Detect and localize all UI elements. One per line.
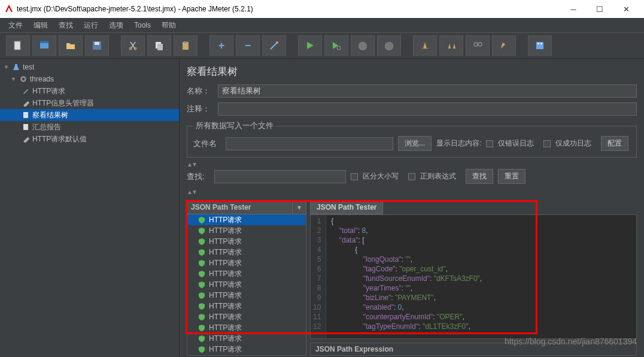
menu-file[interactable]: 文件	[4, 19, 28, 32]
toggle-icon[interactable]: ▼	[4, 64, 10, 70]
response-body[interactable]: 123456789101112 { "total": 8, "data": [ …	[310, 214, 637, 339]
svg-point-11	[276, 41, 278, 44]
cut-button[interactable]	[121, 35, 145, 56]
result-item[interactable]: HTTP请求	[187, 236, 306, 247]
test-plan-tree[interactable]: ▼ test ▼ threads HTTP请求 HTTP信息头管理器 察看结果树…	[0, 59, 180, 357]
shield-success-icon	[198, 313, 205, 320]
start-no-timers-button[interactable]	[324, 35, 348, 56]
menu-find[interactable]: 查找	[54, 19, 78, 32]
result-item[interactable]: HTTP请求	[187, 268, 306, 279]
reset-button[interactable]: 重置	[498, 169, 525, 184]
svg-rect-15	[536, 42, 543, 49]
tree-node-http-defaults[interactable]: HTTP请求默认值	[0, 133, 179, 145]
menu-options[interactable]: 选项	[104, 19, 128, 32]
shutdown-button[interactable]	[377, 35, 401, 56]
svg-rect-17	[540, 43, 542, 44]
collapse-button[interactable]: −	[236, 35, 260, 56]
result-item[interactable]: HTTP请求	[187, 344, 306, 355]
result-item[interactable]: HTTP请求	[187, 279, 306, 290]
tree-node-http-request[interactable]: HTTP请求	[0, 85, 179, 97]
svg-rect-16	[537, 43, 539, 44]
result-item[interactable]: HTTP请求	[187, 333, 306, 344]
start-button[interactable]	[298, 35, 322, 56]
case-sensitive-checkbox[interactable]	[351, 173, 358, 180]
write-to-file-fieldset: 所有数据写入一个文件 文件名 浏览... 显示日志内容: 仅错误日志 仅成功日志…	[187, 120, 637, 158]
svg-rect-1	[40, 43, 48, 49]
search-button[interactable]	[466, 35, 490, 56]
function-helper-button[interactable]	[528, 35, 552, 56]
window-title: test.jmx (D:\DevSoft\apache-jmeter-5.2.1…	[17, 5, 560, 13]
result-item[interactable]: HTTP请求	[187, 322, 306, 333]
name-input[interactable]	[218, 84, 637, 98]
menu-run[interactable]: 运行	[79, 19, 103, 32]
menu-bar: 文件 编辑 查找 运行 选项 Tools 帮助	[0, 18, 644, 32]
error-only-label: 仅错误日志	[498, 138, 534, 149]
paper-icon	[22, 123, 30, 131]
flask-icon	[12, 63, 20, 71]
open-button[interactable]	[59, 35, 83, 56]
result-item[interactable]: HTTP请求	[187, 290, 306, 301]
wrench-icon	[22, 135, 30, 143]
result-item[interactable]: HTTP请求	[187, 301, 306, 311]
new-button[interactable]	[6, 35, 30, 56]
config-button[interactable]: 配置	[601, 136, 628, 151]
result-item[interactable]: HTTP请求	[187, 225, 306, 236]
shield-success-icon	[198, 292, 205, 299]
error-only-checkbox[interactable]	[486, 140, 493, 147]
svg-rect-8	[157, 44, 163, 50]
chevron-down-icon: ▼	[292, 201, 302, 214]
renderer-dropdown[interactable]: JSON Path Tester ▼	[187, 200, 306, 214]
svg-rect-0	[14, 41, 20, 50]
shield-success-icon	[198, 270, 205, 277]
menu-tools[interactable]: Tools	[129, 19, 156, 31]
collapse-indicator[interactable]: ▲▼	[187, 161, 637, 168]
gear-icon	[19, 75, 28, 83]
tree-node-test-plan[interactable]: ▼ test	[0, 61, 179, 73]
copy-button[interactable]	[147, 35, 171, 56]
svg-point-13	[474, 43, 478, 46]
menu-edit[interactable]: 编辑	[29, 19, 53, 32]
response-tab[interactable]: JSON Path Tester	[310, 200, 383, 214]
result-item[interactable]: HTTP请求	[187, 258, 306, 268]
browse-button[interactable]: 浏览...	[398, 136, 432, 151]
minimize-button[interactable]: ─	[560, 0, 587, 18]
regex-checkbox[interactable]	[408, 173, 415, 180]
case-sensitive-label: 区分大小写	[363, 171, 399, 181]
search-input[interactable]	[214, 170, 346, 183]
save-button[interactable]	[85, 35, 109, 56]
success-only-checkbox[interactable]	[543, 140, 551, 147]
tree-node-view-results-tree[interactable]: 察看结果树	[0, 109, 179, 121]
tree-node-header-manager[interactable]: HTTP信息头管理器	[0, 97, 179, 109]
templates-button[interactable]	[32, 35, 56, 56]
result-item[interactable]: HTTP请求	[187, 247, 306, 258]
tree-node-summary-report[interactable]: 汇总报告	[0, 121, 179, 133]
clear-button[interactable]	[413, 35, 437, 56]
filename-input[interactable]	[226, 137, 393, 150]
reset-search-button[interactable]	[492, 35, 516, 56]
result-item[interactable]: HTTP请求	[187, 311, 306, 322]
code-lines: { "total": 8, "data": [ { "longQuota": "…	[326, 215, 487, 338]
collapse-indicator[interactable]: ▲▼	[187, 189, 637, 195]
shield-success-icon	[198, 249, 205, 256]
menu-help[interactable]: 帮助	[157, 19, 181, 32]
result-item[interactable]: HTTP请求	[187, 214, 306, 225]
tree-node-threads[interactable]: ▼ threads	[0, 73, 179, 85]
close-button[interactable]: ✕	[613, 0, 639, 18]
stop-button[interactable]	[351, 35, 375, 56]
paste-button[interactable]	[174, 35, 198, 56]
results-list[interactable]: HTTP请求 HTTP请求 HTTP请求 HTTP请求 HTTP请求 HTTP请…	[187, 214, 306, 356]
search-exec-button[interactable]: 查找	[466, 169, 493, 184]
svg-rect-21	[23, 124, 28, 130]
shield-success-icon	[198, 281, 205, 288]
toggle-button[interactable]	[262, 35, 286, 56]
content-panel: 察看结果树 名称： 注释： 所有数据写入一个文件 文件名 浏览... 显示日志内…	[180, 59, 644, 357]
renderer-value: JSON Path Tester	[191, 203, 251, 211]
app-icon	[5, 5, 13, 13]
toggle-icon[interactable]: ▼	[11, 76, 17, 82]
maximize-button[interactable]: ☐	[587, 0, 613, 18]
clear-all-button[interactable]	[439, 35, 463, 56]
expand-button[interactable]: +	[209, 35, 233, 56]
title-bar: test.jmx (D:\DevSoft\apache-jmeter-5.2.1…	[0, 0, 644, 18]
comment-input[interactable]	[218, 102, 637, 116]
line-gutter: 123456789101112	[311, 215, 326, 338]
